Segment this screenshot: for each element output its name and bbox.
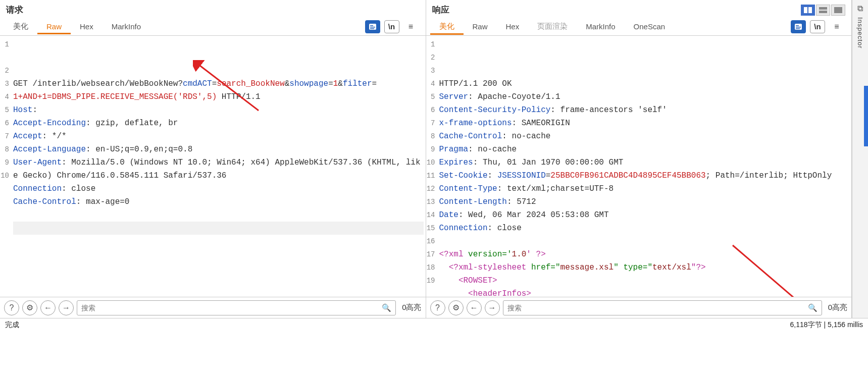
format-button[interactable]	[365, 20, 380, 33]
code-line: Cache-Control: no-cache	[439, 130, 850, 143]
code-line: Pragma: no-cache	[439, 143, 850, 156]
svg-rect-14	[796, 28, 800, 29]
main-container: 请求 美化RawHexMarkInfo \n ≡ 12345678910 GET…	[0, 0, 868, 318]
help-button[interactable]: ?	[430, 300, 445, 315]
arrow-left-icon: ←	[44, 303, 52, 312]
gear-icon: ⚙	[452, 303, 459, 312]
code-line: HTTP/1.1 200 OK	[439, 77, 850, 90]
search-icon[interactable]: 🔍	[808, 303, 818, 312]
code-line: x-frame-options: SAMEORIGIN	[439, 117, 850, 130]
code-line: Connection: close	[439, 222, 850, 235]
view-split-h-button[interactable]	[801, 5, 815, 16]
view-split-v-button[interactable]	[816, 5, 830, 16]
more-button[interactable]: ≡	[403, 20, 419, 33]
view-toggle	[801, 5, 845, 16]
code-line	[13, 222, 424, 235]
search-icon[interactable]: 🔍	[382, 303, 391, 312]
tab-markinfo[interactable]: MarkInfo	[103, 19, 150, 34]
code-line: 1+AND+1=DBMS_PIPE.RECEIVE_MESSAGE('RDS',…	[13, 90, 424, 103]
newline-button[interactable]: \n	[384, 20, 399, 33]
tab-美化[interactable]: 美化	[430, 19, 464, 35]
code-line: Cache-Control: max-age=0	[13, 195, 424, 208]
status-right: 6,118字节 | 5,156 millis	[790, 320, 863, 330]
tab-页面渲染[interactable]: 页面渲染	[528, 19, 577, 34]
code-line: <?xml-stylesheet href="message.xsl" type…	[439, 261, 850, 274]
svg-rect-1	[370, 25, 373, 26]
code-line	[439, 235, 850, 248]
search-input[interactable]	[507, 304, 808, 312]
code-line: User-Agent: Mozilla/5.0 (Windows NT 10.0…	[13, 156, 424, 182]
split-h-icon	[804, 7, 812, 13]
search-hits: 0高亮	[828, 303, 847, 312]
svg-rect-13	[796, 27, 801, 28]
request-editor[interactable]: 12345678910 GET /interlib/websearch/WebB…	[0, 36, 426, 297]
newline-button[interactable]: \n	[810, 20, 825, 33]
code-line: Server: Apache-Coyote/1.1	[439, 90, 850, 103]
prev-button[interactable]: ←	[40, 300, 56, 315]
settings-button[interactable]: ⚙	[448, 300, 464, 315]
inspector-rail: ⧉ Inspector	[852, 0, 868, 318]
code-line: Accept: */*	[13, 130, 424, 143]
code-line: Accept-Encoding: gzip, deflate, br	[13, 117, 424, 130]
response-tabs: 美化RawHex页面渲染MarkInfoOneScan \n ≡	[426, 18, 852, 36]
svg-rect-8	[819, 7, 827, 10]
search-input-wrap: 🔍	[503, 300, 822, 315]
response-code[interactable]: HTTP/1.1 200 OKServer: Apache-Coyote/1.1…	[437, 36, 852, 297]
response-tab-tools: \n ≡	[791, 20, 847, 33]
svg-rect-2	[370, 27, 375, 28]
inspector-label[interactable]: Inspector	[856, 17, 864, 48]
split-v-icon	[819, 7, 827, 13]
single-icon	[834, 7, 842, 13]
format-icon	[369, 23, 377, 31]
format-button[interactable]	[791, 20, 806, 33]
arrow-right-icon: →	[488, 303, 496, 312]
status-left: 完成	[5, 320, 19, 330]
svg-rect-3	[370, 28, 374, 29]
response-panel: 响应 美化RawHex页面渲染MarkInfoOneScan \n ≡ 1234…	[426, 0, 852, 318]
next-button[interactable]: →	[59, 300, 74, 315]
code-line: Date: Wed, 06 Mar 2024 05:53:08 GMT	[439, 208, 850, 222]
help-button[interactable]: ?	[4, 300, 19, 315]
response-gutter: 12345678910111213141516171819	[426, 36, 437, 297]
code-line: Connection: close	[13, 182, 424, 195]
request-tab-tools: \n ≡	[365, 20, 422, 33]
search-input[interactable]	[81, 304, 382, 312]
gear-icon: ⚙	[26, 303, 33, 312]
svg-rect-6	[804, 7, 807, 13]
code-line: Content-Security-Policy: frame-ancestors…	[439, 103, 850, 117]
next-button[interactable]: →	[485, 300, 500, 315]
tab-raw[interactable]: Raw	[37, 19, 71, 34]
scroll-indicator	[864, 86, 868, 146]
format-icon	[794, 23, 802, 31]
request-title: 请求	[6, 4, 23, 16]
request-gutter: 12345678910	[0, 36, 11, 297]
code-line: Expires: Thu, 01 Jan 1970 00:00:00 GMT	[439, 156, 850, 169]
prev-button[interactable]: ←	[467, 300, 482, 315]
code-line: Content-Length: 5712	[439, 195, 850, 208]
svg-rect-9	[819, 11, 827, 13]
response-editor[interactable]: 12345678910111213141516171819 HTTP/1.1 2…	[426, 36, 852, 297]
request-tabs: 美化RawHexMarkInfo \n ≡	[0, 18, 426, 36]
tab-raw[interactable]: Raw	[464, 19, 497, 34]
request-code[interactable]: GET /interlib/websearch/WebBookNew?cmdAC…	[11, 36, 426, 297]
code-line: Content-Type: text/xml;charset=UTF-8	[439, 182, 850, 195]
more-button[interactable]: ≡	[829, 20, 844, 33]
response-search-bar: ? ⚙ ← → 🔍 0高亮	[426, 297, 852, 318]
svg-rect-7	[808, 7, 812, 13]
tab-hex[interactable]: Hex	[497, 19, 529, 34]
settings-button[interactable]: ⚙	[22, 300, 37, 315]
code-line: <?xml version='1.0' ?>	[439, 248, 850, 261]
tab-美化[interactable]: 美化	[4, 19, 37, 34]
code-line: <headerInfos>	[439, 287, 850, 297]
inspector-toggle-icon[interactable]: ⧉	[857, 4, 863, 13]
tab-hex[interactable]: Hex	[71, 19, 103, 34]
tab-onescan[interactable]: OneScan	[625, 19, 675, 34]
code-line: Set-Cookie: JSESSIONID=25BBC0FB961CADBC4…	[439, 169, 850, 182]
code-line: Accept-Language: en-US;q=0.9,en;q=0.8	[13, 143, 424, 156]
request-header: 请求	[0, 0, 426, 18]
svg-rect-12	[796, 25, 799, 26]
tab-markinfo[interactable]: MarkInfo	[577, 19, 624, 34]
code-line: Host:	[13, 103, 424, 117]
svg-rect-10	[834, 7, 842, 13]
view-single-button[interactable]	[831, 5, 845, 16]
